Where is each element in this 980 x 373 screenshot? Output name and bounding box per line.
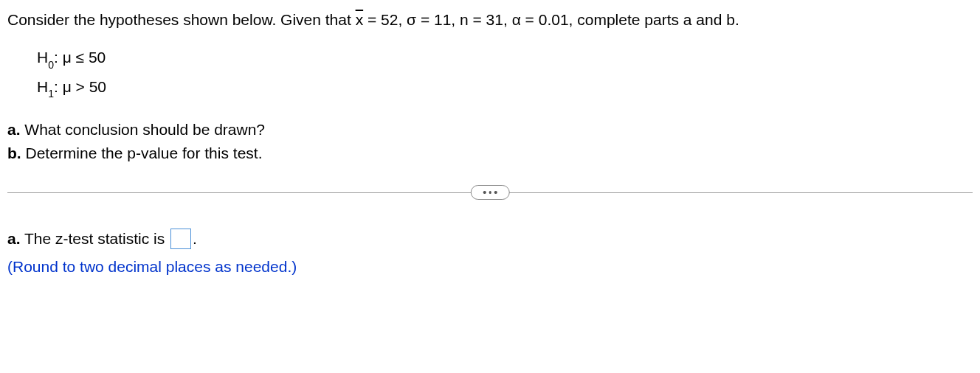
question-a-label: a. xyxy=(7,121,21,138)
answer-a-label: a. xyxy=(7,230,21,247)
intro-values: = 52, σ = 11, n = 31, α = 0.01, complete… xyxy=(363,11,739,28)
answer-a-after: . xyxy=(193,230,197,247)
z-statistic-input[interactable] xyxy=(170,229,191,249)
h1-label: H xyxy=(37,78,48,95)
h1-body: : μ > 50 xyxy=(54,78,106,95)
question-b-label: b. xyxy=(7,144,21,161)
problem-intro: Consider the hypotheses shown below. Giv… xyxy=(7,9,973,30)
ellipsis-icon xyxy=(494,191,497,194)
question-a: a. What conclusion should be drawn? xyxy=(7,118,973,142)
question-a-text: What conclusion should be drawn? xyxy=(21,121,266,138)
h0-body: : μ ≤ 50 xyxy=(54,49,106,66)
h1-subscript: 1 xyxy=(48,88,54,100)
questions-block: a. What conclusion should be drawn? b. D… xyxy=(7,118,973,164)
section-divider xyxy=(7,185,973,200)
h0-label: H xyxy=(37,49,48,66)
intro-prefix: Consider the hypotheses shown below. Giv… xyxy=(7,11,356,28)
answer-a-line: a. The z-test statistic is . xyxy=(7,226,973,251)
more-button[interactable] xyxy=(471,185,510,200)
question-b-text: Determine the p-value for this test. xyxy=(21,144,263,161)
alt-hypothesis: H1: μ > 50 xyxy=(37,73,973,102)
ellipsis-icon xyxy=(489,191,491,194)
ellipsis-icon xyxy=(483,191,486,194)
answer-block: a. The z-test statistic is . (Round to t… xyxy=(7,226,973,279)
question-b: b. Determine the p-value for this test. xyxy=(7,142,973,165)
null-hypothesis: H0: μ ≤ 50 xyxy=(37,43,973,72)
hypotheses-block: H0: μ ≤ 50 H1: μ > 50 xyxy=(37,43,973,102)
answer-a-before: The z-test statistic is xyxy=(21,230,170,247)
xbar-symbol: x xyxy=(356,11,364,28)
rounding-hint: (Round to two decimal places as needed.) xyxy=(7,254,973,279)
h0-subscript: 0 xyxy=(48,59,54,71)
